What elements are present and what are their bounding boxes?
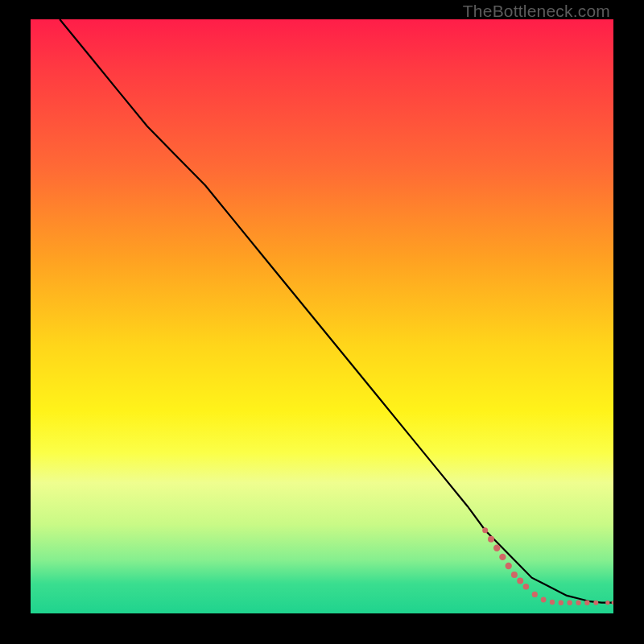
- plot-area: [31, 19, 613, 613]
- marker-point: [506, 563, 512, 569]
- marker-point: [541, 597, 547, 603]
- marker-point: [523, 584, 530, 590]
- bottleneck-curve: [60, 19, 613, 603]
- chart-stage: TheBottleneck.com: [0, 0, 644, 644]
- marker-point: [493, 545, 500, 551]
- marker-point: [593, 601, 598, 605]
- marker-point: [488, 536, 494, 543]
- marker-point: [482, 527, 488, 533]
- marker-point: [568, 601, 572, 605]
- marker-point: [511, 572, 518, 578]
- marker-point: [499, 554, 506, 560]
- marker-point: [550, 600, 555, 605]
- marker-point: [605, 601, 609, 605]
- marker-point: [612, 601, 613, 605]
- marker-point: [559, 601, 564, 605]
- attribution-watermark: TheBottleneck.com: [463, 2, 610, 21]
- marker-point: [584, 601, 589, 605]
- chart-overlay: [31, 19, 613, 613]
- marker-point: [532, 592, 538, 597]
- marker-point: [517, 577, 523, 584]
- marker-group: [482, 527, 613, 605]
- marker-point: [576, 601, 580, 605]
